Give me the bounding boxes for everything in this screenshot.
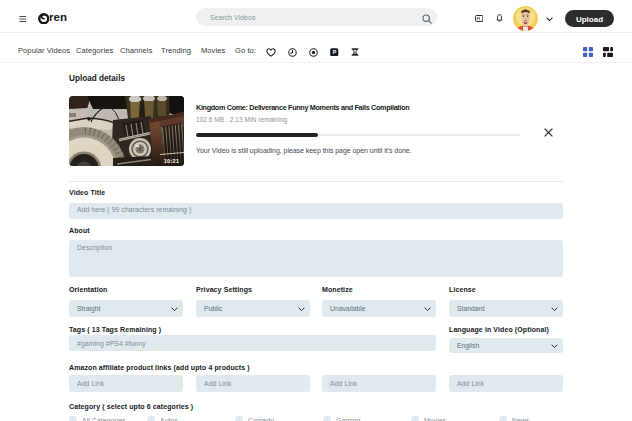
svg-text:10:21: 10:21	[164, 158, 180, 164]
svg-text:P: P	[333, 49, 337, 55]
